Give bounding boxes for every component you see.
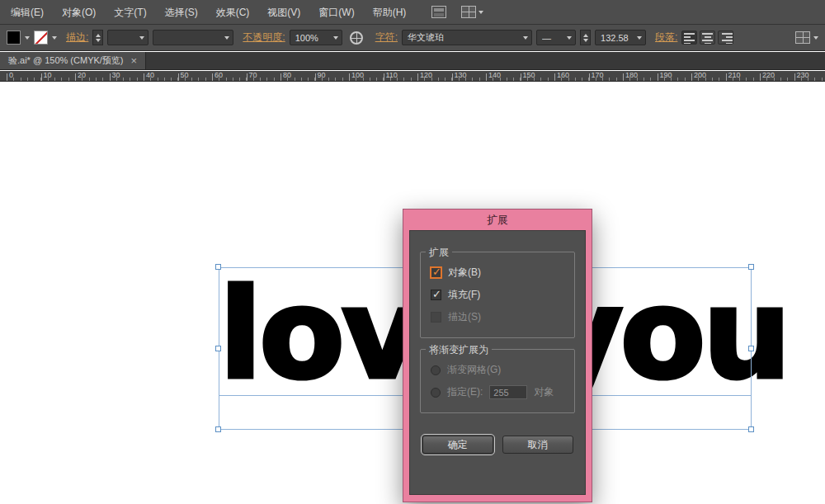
gradient-group-label: 将渐变扩展为 xyxy=(426,343,492,357)
fill-checkbox-icon[interactable] xyxy=(431,290,441,300)
menu-item-window[interactable]: 窗口(W) xyxy=(309,0,363,25)
selection-handle-mid-right[interactable] xyxy=(748,346,754,351)
specify-radio-label: 指定(E): xyxy=(447,385,483,399)
font-style-value: — xyxy=(542,33,563,43)
chevron-down-icon xyxy=(224,36,229,40)
workspace-switcher[interactable] xyxy=(461,6,483,18)
document-tab-bar: 验.ai* @ 150% (CMYK/预览) × xyxy=(0,52,825,70)
stroke-checkbox-label: 描边(S) xyxy=(448,310,481,324)
selection-handle-bottom-right[interactable] xyxy=(748,426,754,432)
dialog-body: 扩展 对象(B) 填充(F) 描边(S) 将渐变扩展为 xyxy=(409,230,586,495)
chevron-down-icon xyxy=(478,11,483,14)
checkbox-row-fill[interactable]: 填充(F) xyxy=(431,288,568,302)
gradient-mesh-radio-icon xyxy=(431,365,441,375)
ok-button[interactable]: 确定 xyxy=(422,436,493,454)
horizontal-ruler: 0102030405060708090100110120130140150160… xyxy=(0,71,825,82)
font-size-value: 132.58 xyxy=(601,33,633,43)
control-bar: 描边: 不透明度: 100% 字符: 华文琥珀 — 132.58 xyxy=(0,25,825,51)
chevron-down-icon xyxy=(333,36,338,40)
chevron-down-icon xyxy=(637,36,642,40)
selection-handle-mid-left[interactable] xyxy=(215,346,221,351)
checkbox-row-object[interactable]: 对象(B) xyxy=(431,266,568,280)
canvas[interactable]: love you 扩展 扩展 对象(B) xyxy=(0,82,825,504)
close-tab-icon[interactable]: × xyxy=(131,55,138,66)
gradient-expand-group: 将渐变扩展为 渐变网格(G) 指定(E): 对象 xyxy=(420,349,575,413)
recolor-artwork-icon[interactable] xyxy=(350,31,363,45)
width-profile-combo[interactable] xyxy=(153,30,233,45)
stroke-dropdown-icon[interactable] xyxy=(52,36,57,40)
font-family-combo[interactable]: 华文琥珀 xyxy=(402,30,532,45)
radio-row-gradient-mesh: 渐变网格(G) xyxy=(431,363,568,377)
stroke-weight-combo[interactable] xyxy=(107,30,148,45)
specify-radio-icon xyxy=(431,388,441,398)
chevron-down-icon xyxy=(567,36,572,40)
opacity-combo[interactable]: 100% xyxy=(290,30,342,45)
expand-dialog: 扩展 扩展 对象(B) 填充(F) 描边(S) xyxy=(403,209,592,502)
fill-checkbox-label: 填充(F) xyxy=(448,288,480,302)
selection-handle-top-left[interactable] xyxy=(215,264,221,270)
specify-objects-input[interactable] xyxy=(489,385,527,399)
control-panel-menu[interactable] xyxy=(795,31,818,44)
font-size-combo[interactable]: 132.58 xyxy=(595,30,646,45)
checkbox-row-stroke: 描边(S) xyxy=(431,310,568,324)
panel-grid-icon xyxy=(795,31,810,44)
fill-dropdown-icon[interactable] xyxy=(25,36,30,40)
document-title: 验.ai* @ 150% (CMYK/预览) xyxy=(8,54,124,67)
workspace-icon xyxy=(461,6,476,18)
stroke-color-swatch[interactable] xyxy=(34,31,48,45)
dialog-button-row: 确定 取消 xyxy=(420,436,575,454)
chevron-down-icon xyxy=(139,36,144,40)
menu-item-effect[interactable]: 效果(C) xyxy=(207,0,259,25)
object-checkbox-icon[interactable] xyxy=(431,267,441,278)
dialog-title-bar[interactable]: 扩展 xyxy=(403,210,592,230)
menu-bar: 编辑(E) 对象(O) 文字(T) 选择(S) 效果(C) 视图(V) 窗口(W… xyxy=(0,0,825,25)
align-center-button[interactable] xyxy=(700,31,715,45)
character-panel-link[interactable]: 字符: xyxy=(375,31,398,45)
fill-color-swatch[interactable] xyxy=(7,31,21,45)
stroke-weight-stepper[interactable] xyxy=(92,30,103,45)
font-size-stepper[interactable] xyxy=(580,30,591,45)
cancel-button[interactable]: 取消 xyxy=(502,436,573,454)
opacity-value: 100% xyxy=(295,33,329,43)
object-checkbox-label: 对象(B) xyxy=(448,266,481,280)
menu-item-type[interactable]: 文字(T) xyxy=(105,0,155,25)
chevron-down-icon xyxy=(523,36,528,40)
opacity-panel-link[interactable]: 不透明度: xyxy=(243,31,285,45)
chevron-down-icon xyxy=(813,36,818,40)
menu-item-object[interactable]: 对象(O) xyxy=(53,0,105,25)
expand-options-group: 扩展 对象(B) 填充(F) 描边(S) xyxy=(420,252,575,338)
illustrator-window: 编辑(E) 对象(O) 文字(T) 选择(S) 效果(C) 视图(V) 窗口(W… xyxy=(0,0,825,504)
arrange-documents-icon[interactable] xyxy=(431,6,446,18)
gradient-mesh-radio-label: 渐变网格(G) xyxy=(447,363,501,377)
menu-item-help[interactable]: 帮助(H) xyxy=(364,0,416,25)
specify-objects-suffix: 对象 xyxy=(534,385,554,399)
selection-handle-bottom-left[interactable] xyxy=(215,426,221,432)
stroke-panel-link[interactable]: 描边: xyxy=(66,31,88,45)
expand-group-label: 扩展 xyxy=(426,246,452,260)
paragraph-align-group xyxy=(681,31,733,45)
paragraph-panel-link[interactable]: 段落: xyxy=(655,31,677,45)
document-tab[interactable]: 验.ai* @ 150% (CMYK/预览) × xyxy=(0,52,146,69)
font-style-combo[interactable]: — xyxy=(536,30,576,45)
font-family-value: 华文琥珀 xyxy=(408,31,519,44)
menu-item-select[interactable]: 选择(S) xyxy=(156,0,207,25)
menu-item-view[interactable]: 视图(V) xyxy=(258,0,309,25)
align-left-button[interactable] xyxy=(681,31,697,45)
selection-handle-top-right[interactable] xyxy=(748,264,754,270)
radio-row-specify: 指定(E): 对象 xyxy=(431,385,568,399)
align-right-button[interactable] xyxy=(718,31,733,45)
menu-item-edit[interactable]: 编辑(E) xyxy=(2,0,53,25)
stroke-checkbox-icon xyxy=(431,312,441,323)
